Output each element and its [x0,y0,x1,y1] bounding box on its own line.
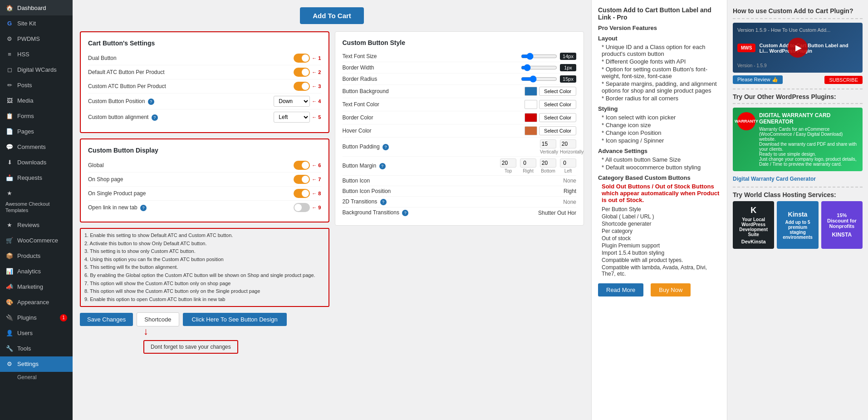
plugin-banner-item-1: Warranty Cards for an eCommerce (WooComm… [759,127,858,142]
position-help-icon[interactable]: ? [148,99,154,105]
plugin-banner-link[interactable]: Digital Warranty Card Generator [733,176,863,182]
sidebar-item-users[interactable]: 👤 Users [0,326,73,341]
border-radius-slider[interactable] [521,75,557,83]
shortcode-button[interactable]: Shortcode [137,312,179,326]
global-toggle[interactable] [294,161,310,170]
video-play-button[interactable]: ▶ [788,38,808,58]
sidebar-item-appearance[interactable]: 🎨 Appearance [0,295,73,310]
mws-logo: MWS [737,44,755,52]
margin-help-icon[interactable]: ? [379,163,386,169]
hosting-card-kinsta-nonprofit[interactable]: 15% Discount for Nonprofits KINSTA [821,201,863,249]
right-panel: How to use Custom Add to Cart Plugin? Ve… [727,0,868,420]
design-button[interactable]: Click Here To See Button Design [183,313,287,326]
sidebar-item-comments[interactable]: 💬 Comments [0,139,73,154]
button-background-color-btn[interactable]: Select Color [539,87,576,96]
transitions-2d-row: 2D Transitions ? None [343,197,577,208]
hss-icon: ≡ [5,50,14,58]
bg-transitions-help-icon[interactable]: ? [402,210,408,216]
sidebar-item-pages[interactable]: 📄 Pages [0,124,73,139]
video-title: Version 1.5.9 - How To Use Custom Add... [737,27,858,33]
sidebar-item-downloads[interactable]: ⬇ Downloads [0,154,73,170]
margin-right-input[interactable] [520,158,536,168]
save-changes-button[interactable]: Save Changes [80,313,133,326]
warranty-badge: WARRANTY [737,112,755,130]
sidebar-item-hss[interactable]: ≡ HSS [0,46,73,62]
button-icon-row: Button Icon None [343,176,577,186]
single-product-toggle[interactable] [294,189,310,198]
toggle-custom-atc: Custom ATC Button Per Product ← 3 [88,79,321,94]
toggle-new-tab: Open link in new tab ? ← 9 [88,201,321,214]
sidebar-item-plugins[interactable]: 🔌 Plugins 1 [0,310,73,326]
sidebar-item-posts[interactable]: ✏ Posts [0,77,73,93]
sidebar-sub-general[interactable]: General [0,372,73,383]
hosting-card-devkinsta[interactable]: K Your Local WordPress Development Suite… [733,201,774,249]
margin-left-input[interactable] [560,158,576,168]
sidebar-item-marketing[interactable]: 📣 Marketing [0,279,73,295]
left-column: Cart Button's Settings Dual Button ← 1 D… [80,31,329,354]
annotation-line-9: 9. Enable this option to open Custom ATC… [84,296,325,304]
sidebar-item-awesome-checkout[interactable]: ★ Awesome Checkout Templates [0,185,73,217]
button-position-select[interactable]: DownUp [274,96,310,107]
sidebar-item-digital-wcards[interactable]: ◻ Digital WCards [0,62,73,77]
sidebar-item-reviews[interactable]: ★ Reviews [0,217,73,233]
review-button[interactable]: Please Review 👍 [733,75,783,84]
plugin-info: DIGITAL WARRANTY CARD GENERATOR Warranty… [759,112,858,167]
awesome-checkout-icon: ★ [5,189,14,197]
media-icon: 🖼 [5,96,14,104]
text-font-color-btn[interactable]: Select Color [539,100,576,109]
border-width-slider[interactable] [521,64,557,71]
sidebar-item-dashboard[interactable]: 🏠 Dashboard [0,0,73,15]
text-font-color-row: Text Font Color Select Color [343,98,577,111]
custom-atc-toggle[interactable] [294,82,310,91]
margin-top-input[interactable] [500,158,516,168]
padding-help-icon[interactable]: ? [383,144,389,150]
button-icon-position-value: Right [564,188,576,194]
toggle-dual-button: Dual Button ← 1 [88,51,321,65]
sidebar-item-media[interactable]: 🖼 Media [0,93,73,108]
sidebar-item-settings[interactable]: ⚙ Settings [0,356,73,372]
sidebar-item-forms[interactable]: 📋 Forms [0,108,73,124]
border-color-btn[interactable]: Select Color [539,113,576,122]
cart-settings-title: Cart Button's Settings [88,40,321,47]
content-area: Add To Cart Cart Button's Settings Dual … [73,0,591,420]
sidebar-item-sitekit[interactable]: G Site Kit [0,15,73,31]
sidebar-item-requests[interactable]: 📩 Requests [0,170,73,185]
sidebar-item-woocommerce[interactable]: 🛒 WooCommerce [0,233,73,248]
video-container: Version 1.5.9 - How To Use Custom Add...… [733,23,863,73]
padding-vertical-input[interactable] [540,139,556,148]
dual-button-toggle[interactable] [294,54,310,63]
downloads-icon: ⬇ [5,158,14,166]
sidebar-item-analytics[interactable]: 📊 Analytics [0,264,73,279]
hosting-card-kinsta[interactable]: Kinsta Add up to 5 premium staging envir… [777,201,818,249]
button-margin-row: Button Margin ? Top Right [343,157,577,176]
read-more-button[interactable]: Read More [598,283,643,296]
new-tab-toggle[interactable] [294,203,310,212]
newtab-help-icon[interactable]: ? [140,205,147,211]
sitekit-icon: G [5,19,14,27]
text-font-size-slider[interactable] [521,53,557,60]
settings-icon: ⚙ [5,360,14,368]
appearance-icon: 🎨 [5,298,14,306]
subscribe-button[interactable]: SUBSCRIBE [824,76,863,84]
bg-transitions-row: Background Transitions ? Shutter Out Hor [343,208,577,218]
posts-icon: ✏ [5,81,14,89]
default-atc-toggle[interactable] [294,68,310,77]
padding-horizontal-input[interactable] [560,139,576,148]
add-to-cart-preview-button[interactable]: Add To Cart [300,7,364,24]
sidebar-item-pwdms[interactable]: ⚙ PWDMS [0,31,73,46]
marketing-icon: 📣 [5,283,14,291]
transitions-help-icon[interactable]: ? [380,199,387,205]
pages-icon: 📄 [5,127,14,135]
sidebar-item-tools[interactable]: 🔧 Tools [0,341,73,356]
toggle-default-atc: Default ATC Button Per Product ← 2 [88,65,321,79]
button-alignment-select[interactable]: LeftCenterRight [274,112,310,123]
pro-subtitle: Pro Version Features [598,25,721,31]
how-to-divider [733,18,863,19]
buy-now-button[interactable]: Buy Now [651,283,691,296]
alignment-help-icon[interactable]: ? [152,114,158,121]
shop-page-toggle[interactable] [294,175,310,184]
margin-bottom-input[interactable] [540,158,556,168]
styling-heading: Styling [598,105,721,112]
sidebar-item-products[interactable]: 📦 Products [0,248,73,264]
hover-color-btn[interactable]: Select Color [539,126,576,135]
